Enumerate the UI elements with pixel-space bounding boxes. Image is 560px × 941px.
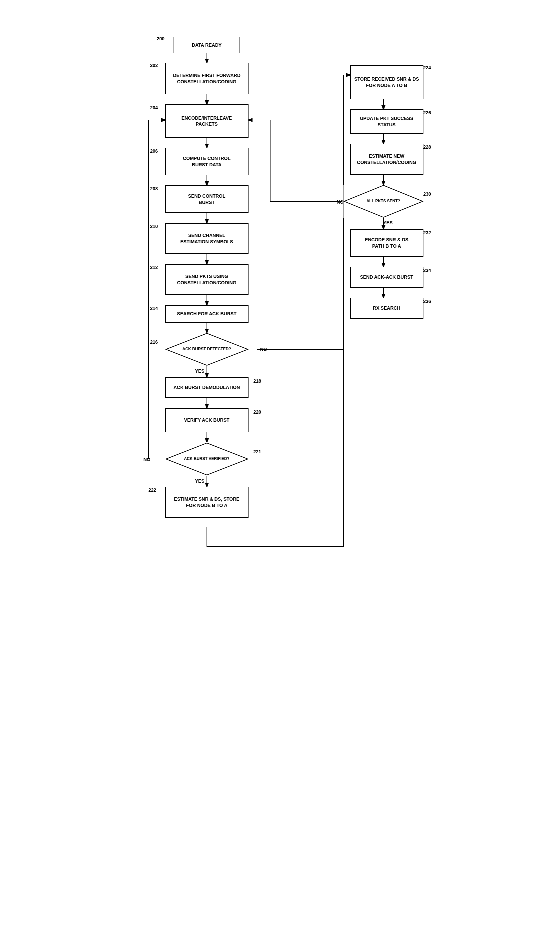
text-rx-search: RX SEARCH	[373, 305, 400, 311]
label-yes-216: YES	[195, 368, 205, 374]
text-send-pkts: SEND PKTS USINGCONSTELLATION/CODING	[177, 273, 237, 285]
label-232: 232	[423, 230, 431, 235]
label-no-216: NO	[260, 347, 267, 352]
diamond-ack-detected: ACK BURST DETECTED?	[165, 333, 249, 366]
text-determine-first: DETERMINE FIRST FORWARDCONSTELLATION/COD…	[173, 72, 240, 84]
label-204: 204	[150, 105, 158, 110]
label-yes-221: YES	[195, 478, 205, 484]
box-compute-control: COMPUTE CONTROLBURST DATA	[165, 148, 249, 176]
text-send-channel: SEND CHANNELESTIMATION SYMBOLS	[180, 233, 233, 244]
text-ack-demod: ACK BURST DEMODULATION	[174, 384, 240, 390]
box-ack-demod: ACK BURST DEMODULATION	[165, 377, 249, 398]
box-search-ack: SEARCH FOR ACK BURST	[165, 305, 249, 323]
box-estimate-snr: ESTIMATE SNR & DS, STOREFOR NODE B TO A	[165, 487, 249, 517]
text-verify-ack: VERIFY ACK BURST	[184, 417, 229, 423]
label-210: 210	[150, 224, 158, 229]
label-216: 216	[150, 339, 158, 345]
label-221: 221	[254, 449, 261, 454]
text-estimate-new: ESTIMATE NEWCONSTELLATION/CODING	[357, 153, 417, 165]
label-200: 200	[157, 36, 165, 42]
text-ack-detected: ACK BURST DETECTED?	[183, 347, 231, 352]
text-update-pkt: UPDATE PKT SUCCESS STATUS	[354, 116, 419, 127]
label-236: 236	[423, 299, 431, 304]
label-yes-230: YES	[383, 220, 393, 225]
label-220: 220	[254, 409, 261, 415]
box-send-channel: SEND CHANNELESTIMATION SYMBOLS	[165, 223, 249, 254]
box-encode-snr: ENCODE SNR & DSPATH B TO A	[350, 229, 423, 257]
label-no-221: NO	[143, 457, 151, 462]
box-store-snr: STORE RECEIVED SNR & DSFOR NODE A TO B	[350, 65, 423, 99]
text-compute-control: COMPUTE CONTROLBURST DATA	[183, 156, 231, 167]
box-data-ready: DATA READY	[174, 37, 240, 53]
label-202: 202	[150, 63, 158, 68]
box-send-ack-ack: SEND ACK-ACK BURST	[350, 266, 423, 288]
box-determine-first: DETERMINE FIRST FORWARDCONSTELLATION/COD…	[165, 63, 249, 94]
label-230: 230	[423, 191, 431, 197]
text-store-snr: STORE RECEIVED SNR & DSFOR NODE A TO B	[354, 76, 419, 88]
label-206: 206	[150, 148, 158, 154]
diamond-ack-verified: ACK BURST VERIFIED?	[165, 442, 249, 476]
diamond-all-pkts: ALL PKTS SENT?	[343, 185, 423, 218]
text-data-ready: DATA READY	[192, 42, 222, 48]
label-224: 224	[423, 65, 431, 70]
text-send-ack-ack: SEND ACK-ACK BURST	[360, 274, 414, 280]
box-verify-ack: VERIFY ACK BURST	[165, 408, 249, 432]
text-all-pkts: ALL PKTS SENT?	[366, 199, 400, 204]
box-update-pkt: UPDATE PKT SUCCESS STATUS	[350, 109, 423, 134]
box-send-control: SEND CONTROLBURST	[165, 185, 249, 213]
box-send-pkts: SEND PKTS USINGCONSTELLATION/CODING	[165, 264, 249, 295]
label-212: 212	[150, 265, 158, 270]
text-search-ack: SEARCH FOR ACK BURST	[177, 311, 236, 317]
box-rx-search: RX SEARCH	[350, 298, 423, 319]
text-ack-verified: ACK BURST VERIFIED?	[184, 456, 229, 462]
label-no-230: NO	[337, 199, 344, 205]
label-226: 226	[423, 110, 431, 116]
box-estimate-new: ESTIMATE NEWCONSTELLATION/CODING	[350, 144, 423, 175]
text-send-control: SEND CONTROLBURST	[188, 193, 226, 205]
text-encode-interleave: ENCODE/INTERLEAVEPACKETS	[182, 115, 232, 127]
label-218: 218	[254, 378, 261, 383]
text-estimate-snr: ESTIMATE SNR & DS, STOREFOR NODE B TO A	[174, 496, 239, 508]
flowchart-diagram: 200 DATA READY 202 DETERMINE FIRST FORWA…	[130, 13, 430, 913]
label-208: 208	[150, 186, 158, 191]
text-encode-snr: ENCODE SNR & DSPATH B TO A	[365, 237, 408, 249]
label-214: 214	[150, 306, 158, 311]
label-222: 222	[149, 487, 156, 493]
label-234: 234	[423, 268, 431, 273]
box-encode-interleave: ENCODE/INTERLEAVEPACKETS	[165, 104, 249, 138]
label-228: 228	[423, 144, 431, 150]
